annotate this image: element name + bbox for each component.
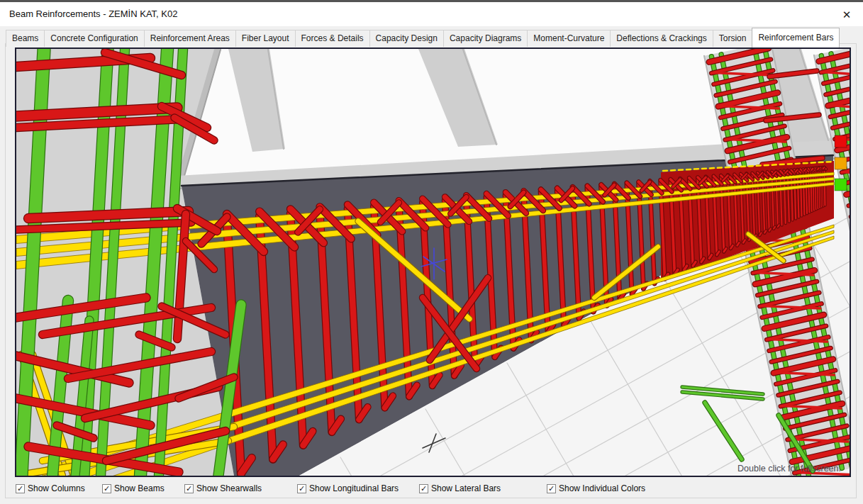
tab-capacity-design[interactable]: Capacity Design bbox=[369, 30, 444, 47]
checkbox-label: Show Lateral Bars bbox=[431, 483, 501, 493]
tab-reinforcement-areas[interactable]: Reinforcement Areas bbox=[144, 30, 236, 47]
tab-beams[interactable]: Beams bbox=[6, 30, 45, 47]
checkbox-show-individual-colors[interactable]: ✓ Show Individual Colors bbox=[547, 483, 645, 493]
title-bar: Beam Reinforcements - ZEMİN KAT, K02 ✕ bbox=[0, 2, 863, 26]
checkbox-label: Show Individual Colors bbox=[559, 483, 645, 493]
checkbox-label: Show Columns bbox=[28, 483, 85, 493]
checkbox-box[interactable]: ✓ bbox=[184, 484, 194, 493]
checkbox-show-columns[interactable]: ✓ Show Columns bbox=[16, 483, 85, 493]
checkbox-show-longitudinal-bars[interactable]: ✓ Show Longitudinal Bars bbox=[297, 483, 399, 493]
tab-concrete-configuration[interactable]: Concrete Configuration bbox=[44, 30, 144, 47]
legend-square-green bbox=[835, 179, 847, 191]
checkbox-label: Show Longitudinal Bars bbox=[309, 483, 399, 493]
tab-capacity-diagrams[interactable]: Capacity Diagrams bbox=[443, 30, 528, 47]
checkbox-show-shearwalls[interactable]: ✓ Show Shearwalls bbox=[184, 483, 262, 493]
tab-moment-curvature[interactable]: Moment-Curvature bbox=[527, 30, 611, 47]
tab-bar: Beams Concrete Configuration Reinforceme… bbox=[6, 28, 839, 47]
close-icon[interactable]: ✕ bbox=[837, 6, 856, 23]
legend-square-red bbox=[835, 135, 847, 147]
fullscreen-hint: Double click for fullscreen. bbox=[737, 464, 841, 474]
checkbox-box[interactable]: ✓ bbox=[297, 484, 306, 493]
checkbox-box[interactable]: ✓ bbox=[102, 484, 111, 493]
legend-square-orange bbox=[835, 157, 847, 169]
checkbox-show-beams[interactable]: ✓ Show Beams bbox=[102, 483, 165, 493]
viewport-3d[interactable]: Double click for fullscreen. bbox=[15, 47, 851, 477]
tab-forces-details[interactable]: Forces & Details bbox=[295, 30, 370, 47]
tab-reinforcement-bars[interactable]: Reinforcement Bars bbox=[752, 28, 840, 47]
checkbox-box[interactable]: ✓ bbox=[419, 484, 428, 493]
checkbox-box[interactable]: ✓ bbox=[16, 484, 25, 493]
tab-fiber-layout[interactable]: Fiber Layout bbox=[235, 30, 296, 47]
checkbox-box[interactable]: ✓ bbox=[547, 484, 556, 493]
window-title: Beam Reinforcements - ZEMİN KAT, K02 bbox=[9, 9, 177, 19]
tab-torsion[interactable]: Torsion bbox=[713, 30, 753, 47]
3d-scene-canvas[interactable] bbox=[16, 49, 850, 476]
checkbox-label: Show Shearwalls bbox=[196, 483, 262, 493]
checkbox-show-lateral-bars[interactable]: ✓ Show Lateral Bars bbox=[419, 483, 501, 493]
checkbox-label: Show Beams bbox=[114, 483, 165, 493]
tab-deflections-crackings[interactable]: Deflections & Crackings bbox=[610, 30, 713, 47]
